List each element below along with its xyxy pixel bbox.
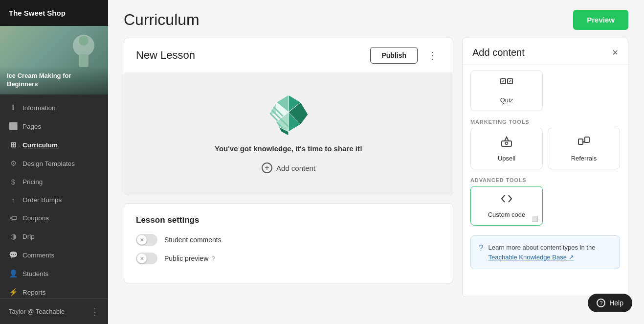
public-preview-label: Public preview ? <box>164 255 215 262</box>
sidebar-item-pages[interactable]: ⬜ Pages <box>0 117 108 136</box>
preview-button[interactable]: Preview <box>573 10 628 30</box>
students-icon: 👤 <box>9 269 18 278</box>
design-templates-icon: ⚙ <box>9 159 18 168</box>
lesson-header: New Lesson Publish ⋮ <box>124 38 453 73</box>
footer-user: Taylor @ Teachable <box>9 308 65 315</box>
sidebar-item-reports[interactable]: ⚡ Reports <box>0 283 108 299</box>
referrals-icon <box>577 135 590 151</box>
add-content-button[interactable]: + Add content <box>256 161 321 175</box>
plus-circle-icon: + <box>262 162 272 173</box>
close-panel-button[interactable]: × <box>612 47 618 58</box>
panel-body: Quiz Marketing Tools <box>463 65 628 275</box>
custom-code-icon <box>500 193 513 207</box>
lesson-empty-text: You've got knowledge, it's time to share… <box>215 144 362 153</box>
public-preview-help-icon[interactable]: ? <box>211 255 215 262</box>
custom-code-tile[interactable]: Custom code ⬜ <box>470 186 543 226</box>
public-preview-toggle[interactable]: ✕ <box>136 253 157 264</box>
lesson-settings: Lesson settings ✕ Student comments ✕ <box>124 203 453 283</box>
marketing-tools-section: Marketing Tools Upsell <box>470 119 620 169</box>
public-preview-row: ✕ Public preview ? <box>136 253 441 264</box>
upsell-icon <box>500 135 513 151</box>
custom-code-label: Custom code <box>488 211 526 218</box>
sidebar-item-coupons[interactable]: 🏷 Coupons <box>0 209 108 227</box>
add-content-panel: Add content × <box>462 38 628 297</box>
svg-rect-27 <box>578 139 583 144</box>
svg-point-26 <box>506 142 508 145</box>
info-box: ? Learn more about content types in the … <box>470 235 620 269</box>
marketing-tools-label: Marketing Tools <box>470 119 620 125</box>
coupons-icon: 🏷 <box>9 214 18 222</box>
publish-button[interactable]: Publish <box>370 47 418 64</box>
advanced-tools-section: Advanced Tools Custom code ⬜ <box>470 177 620 226</box>
svg-point-2 <box>79 36 89 46</box>
reports-icon: ⚡ <box>9 288 18 297</box>
marketing-tiles-grid: Upsell Referrals <box>470 128 620 169</box>
info-text: Learn more about content types in the Te… <box>488 243 612 262</box>
sidebar-item-pricing[interactable]: $ Pricing <box>0 173 108 191</box>
sidebar-item-design-templates[interactable]: ⚙ Design Templates <box>0 154 108 173</box>
panel-title: Add content <box>472 47 525 58</box>
page-title: Curriculum <box>124 11 200 29</box>
referrals-label: Referrals <box>571 155 597 162</box>
quiz-tile-section: Quiz <box>470 70 620 111</box>
sidebar-item-students[interactable]: 👤 Students <box>0 264 108 283</box>
sidebar-nav: ℹ Information ⬜ Pages ⊞ Curriculum ⚙ Des… <box>0 94 108 299</box>
quiz-icon <box>500 78 513 93</box>
lesson-empty-state: You've got knowledge, it's time to share… <box>124 73 453 195</box>
content-tiles-grid: Quiz <box>470 70 620 111</box>
sidebar-item-curriculum[interactable]: ⊞ Curriculum <box>0 136 108 154</box>
student-comments-label: Student comments <box>164 236 222 244</box>
lesson-panel: New Lesson Publish ⋮ <box>124 38 453 324</box>
course-thumbnail[interactable]: Ice Cream Making for Beginners <box>0 26 108 94</box>
main-content: Curriculum Preview New Lesson Publish ⋮ <box>108 0 644 324</box>
sidebar-item-comments[interactable]: 💬 Comments <box>0 246 108 264</box>
lesson-header-right: Publish ⋮ <box>370 47 441 64</box>
quiz-tile[interactable]: Quiz <box>470 70 543 111</box>
sidebar-item-order-bumps[interactable]: ↑ Order Bumps <box>0 191 108 209</box>
curriculum-icon: ⊞ <box>9 140 18 149</box>
help-circle-icon: ? <box>597 299 605 307</box>
upsell-label: Upsell <box>498 155 515 162</box>
advanced-tools-label: Advanced Tools <box>470 177 620 183</box>
lesson-settings-title: Lesson settings <box>136 215 441 225</box>
help-button[interactable]: ? Help <box>588 294 632 312</box>
svg-rect-25 <box>502 141 511 146</box>
sidebar-item-drip[interactable]: ◑ Drip <box>0 227 108 246</box>
info-icon: ? <box>479 243 483 253</box>
referrals-tile[interactable]: Referrals <box>548 128 620 169</box>
svg-rect-1 <box>79 54 89 67</box>
school-name[interactable]: The Sweet Shop <box>0 0 108 26</box>
drip-icon: ◑ <box>9 232 18 241</box>
order-bumps-icon: ↑ <box>9 196 18 204</box>
sidebar: The Sweet Shop Ice Cream Making for Begi… <box>0 0 108 324</box>
knowledge-base-link[interactable]: Teachable Knowledge Base ↗ <box>488 254 574 261</box>
upsell-tile[interactable]: Upsell <box>470 128 543 169</box>
lesson-card: New Lesson Publish ⋮ <box>124 38 453 195</box>
gem-illustration <box>266 93 311 137</box>
lesson-title: New Lesson <box>136 49 195 62</box>
main-body: New Lesson Publish ⋮ <box>108 38 644 324</box>
student-comments-row: ✕ Student comments <box>136 234 441 246</box>
main-header: Curriculum Preview <box>108 0 644 38</box>
footer-menu-icon[interactable]: ⋮ <box>90 306 99 317</box>
lesson-more-options-button[interactable]: ⋮ <box>423 47 441 63</box>
pages-icon: ⬜ <box>9 122 18 131</box>
pricing-icon: $ <box>9 178 18 186</box>
comments-icon: 💬 <box>9 251 18 259</box>
course-title: Ice Cream Making for Beginners <box>0 66 108 94</box>
advanced-tiles-grid: Custom code ⬜ <box>470 186 620 226</box>
information-icon: ℹ <box>9 103 18 112</box>
svg-line-23 <box>509 80 511 82</box>
sidebar-footer: Taylor @ Teachable ⋮ <box>0 299 108 324</box>
student-comments-toggle[interactable]: ✕ <box>136 234 157 246</box>
sidebar-item-information[interactable]: ℹ Information <box>0 98 108 117</box>
panel-header: Add content × <box>463 38 628 65</box>
svg-rect-28 <box>585 137 589 142</box>
svg-line-21 <box>502 80 504 82</box>
quiz-label: Quiz <box>500 96 513 104</box>
